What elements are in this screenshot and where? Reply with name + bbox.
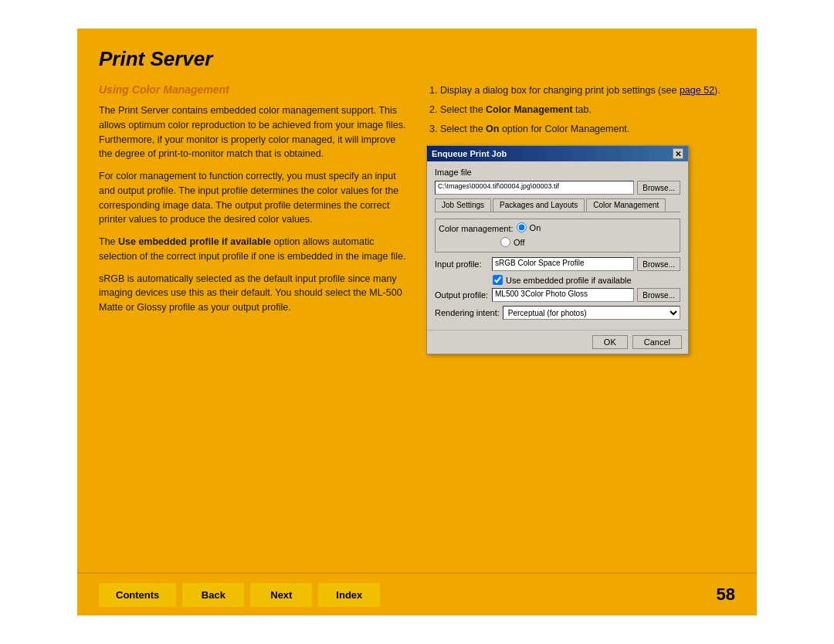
- dialog-footer: OK Cancel: [427, 330, 688, 354]
- nav-bar: Contents Back Next Index 58: [77, 572, 757, 615]
- bold-phrase: Use embedded profile if available: [118, 236, 271, 247]
- color-mgmt-label: Color management:: [439, 224, 514, 233]
- paragraph-2: For color management to function correct…: [99, 169, 408, 227]
- rendering-intent-row: Rendering intent: Perceptual (for photos…: [435, 306, 680, 320]
- step-1: Display a dialog box for changing print …: [440, 83, 735, 98]
- left-column: Using Color Management The Print Server …: [99, 83, 408, 560]
- off-radio-row: Off: [500, 237, 676, 247]
- ok-button[interactable]: OK: [592, 335, 628, 349]
- input-profile-input[interactable]: sRGB Color Space Profile: [492, 257, 634, 271]
- use-embedded-label: Use embedded profile if available: [506, 276, 632, 285]
- image-browse-button[interactable]: Browse...: [637, 181, 680, 195]
- step-3: Select the On option for Color Managemen…: [440, 122, 735, 137]
- tab-job-settings[interactable]: Job Settings: [435, 198, 491, 212]
- rendering-intent-select[interactable]: Perceptual (for photos): [503, 306, 680, 320]
- page-number: 58: [717, 585, 735, 605]
- input-profile-label: Input profile:: [435, 259, 489, 269]
- on-bold: On: [486, 124, 499, 134]
- right-column: Display a dialog box for changing print …: [426, 83, 735, 560]
- input-browse-button[interactable]: Browse...: [637, 257, 680, 271]
- dialog-tabs: Job Settings Packages and Layouts Color …: [435, 198, 680, 212]
- off-label: Off: [514, 238, 524, 247]
- tab-color-management[interactable]: Color Management: [586, 198, 666, 212]
- back-button[interactable]: Back: [182, 583, 244, 607]
- image-file-input-row: C:\Images\00004.tif\00004.jpg\00003.tif …: [435, 181, 680, 195]
- tab-packages-layouts[interactable]: Packages and Layouts: [493, 198, 585, 212]
- content-area: Print Server Using Color Management The …: [77, 29, 757, 572]
- use-embedded-checkbox[interactable]: [493, 275, 503, 285]
- cancel-button[interactable]: Cancel: [632, 335, 682, 349]
- paragraph-3: The Use embedded profile if available op…: [99, 235, 408, 264]
- output-profile-label: Output profile:: [435, 290, 489, 300]
- steps-list: Display a dialog box for changing print …: [426, 83, 735, 136]
- use-embedded-row: Use embedded profile if available: [493, 275, 680, 285]
- color-mgmt-section: Color management: On Off: [435, 219, 680, 253]
- next-button[interactable]: Next: [250, 583, 312, 607]
- paragraph-4: sRGB is automatically selected as the de…: [99, 272, 408, 315]
- on-radio[interactable]: [517, 222, 527, 232]
- dialog-title: Enqueue Print Job: [432, 149, 507, 158]
- step-2: Select the Color Management tab.: [440, 103, 735, 117]
- image-file-row: Image file: [435, 168, 680, 177]
- page-wrapper: Print Server Using Color Management The …: [77, 29, 757, 615]
- output-browse-button[interactable]: Browse...: [637, 288, 680, 302]
- main-content: Using Color Management The Print Server …: [99, 83, 735, 560]
- color-management-bold: Color Management: [486, 104, 573, 115]
- image-file-input[interactable]: C:\Images\00004.tif\00004.jpg\00003.tif: [435, 181, 634, 195]
- dialog-screenshot: Enqueue Print Job ✕ Image file C:\Images…: [426, 145, 689, 354]
- rendering-intent-label: Rendering intent:: [435, 308, 500, 317]
- on-label: On: [530, 223, 541, 232]
- dialog-close-button[interactable]: ✕: [673, 148, 683, 159]
- page-title: Print Server: [99, 47, 735, 71]
- contents-button[interactable]: Contents: [99, 583, 176, 607]
- index-button[interactable]: Index: [318, 583, 380, 607]
- output-profile-input[interactable]: ML500 3Color Photo Gloss: [492, 288, 634, 302]
- page-link[interactable]: page 52: [680, 85, 714, 96]
- input-profile-row: Input profile: sRGB Color Space Profile …: [435, 257, 680, 271]
- paragraph-1: The Print Server contains embedded color…: [99, 103, 408, 161]
- dialog-body: Image file C:\Images\00004.tif\00004.jpg…: [427, 161, 688, 330]
- section-title: Using Color Management: [99, 83, 408, 96]
- off-radio[interactable]: [500, 237, 510, 247]
- color-mgmt-label-row: Color management: On: [439, 222, 676, 234]
- on-radio-row: On: [517, 222, 541, 232]
- output-profile-row: Output profile: ML500 3Color Photo Gloss…: [435, 288, 680, 302]
- image-file-label: Image file: [435, 168, 489, 177]
- dialog-titlebar: Enqueue Print Job ✕: [427, 146, 688, 161]
